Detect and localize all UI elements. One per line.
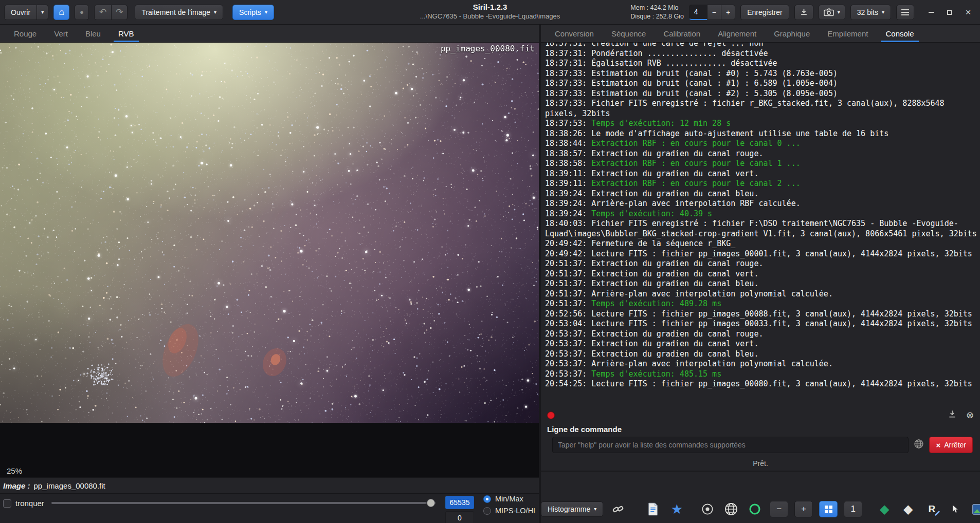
redo-button[interactable]: ↷	[112, 5, 128, 20]
high-cutoff-value[interactable]: 65535	[445, 496, 474, 509]
zoom-one-to-one-button[interactable]: 1	[844, 501, 862, 517]
zoom-level: 25%	[7, 466, 22, 475]
scripts-menu-button[interactable]: Scripts ▾	[232, 5, 274, 20]
radio-unselected-icon	[483, 507, 491, 515]
bit-depth-dropdown[interactable]: 32 bits ▾	[850, 5, 891, 20]
annotation-edit-button[interactable]: R	[923, 500, 940, 518]
radio-minmax[interactable]: Min/Max	[483, 495, 535, 503]
maximize-button[interactable]	[942, 5, 957, 20]
export-log-button[interactable]	[948, 409, 957, 421]
command-input[interactable]	[552, 437, 909, 453]
console-line: 18:38:57: Extraction du gradien du canal…	[545, 149, 978, 159]
main-menu-button[interactable]	[896, 5, 914, 20]
tab-calibration[interactable]: Calibration	[655, 25, 709, 42]
histogram-mode-dropdown[interactable]: Histogramme ▾	[541, 501, 603, 517]
home-button[interactable]: ⌂	[53, 5, 69, 20]
stop-button[interactable]: × Arrêter	[929, 437, 973, 453]
chevron-down-icon: ▾	[882, 10, 884, 15]
bit-depth-label: 32 bits	[857, 8, 878, 16]
minimize-button[interactable]	[923, 5, 939, 20]
tab-conversion[interactable]: Conversion	[546, 25, 603, 42]
display-mode-button[interactable]	[970, 500, 980, 518]
snapshot-button[interactable]: ▾	[819, 5, 845, 20]
slider-handle[interactable]	[427, 499, 435, 507]
radio-mips-lo-hi[interactable]: MIPS-LO/HI	[483, 507, 535, 515]
radio-minmax-label: Min/Max	[495, 495, 523, 503]
record-button[interactable]: ●	[75, 5, 89, 20]
tab-graphique[interactable]: Graphique	[765, 25, 819, 42]
chevron-down-icon: ▾	[265, 10, 267, 15]
green-diamond-button[interactable]: ◆	[876, 500, 893, 518]
window-title-block: Siril-1.2.3 ...\NGC7635 - Bubble -Evogui…	[420, 3, 560, 20]
camera-icon	[824, 8, 834, 16]
close-icon: ×	[965, 7, 971, 18]
low-cutoff-value[interactable]: 0	[445, 511, 474, 523]
background-samples-button[interactable]	[746, 500, 764, 518]
minus-icon: −	[712, 8, 716, 16]
command-help-button[interactable]	[914, 439, 924, 451]
truncate-checkbox-row[interactable]: tronquer	[3, 499, 44, 508]
frame-decrement-button[interactable]: −	[707, 5, 721, 20]
aperture-icon	[701, 503, 714, 515]
tab-vert[interactable]: Vert	[45, 25, 77, 42]
console-log[interactable]: 18:37:31: Création d'une carte de rejet …	[541, 43, 980, 407]
console-line: 18:37:31: Création d'une carte de rejet …	[545, 43, 978, 49]
console-line: 20:53:37: Arrière-plan avec interpolatio…	[545, 359, 978, 369]
slider-fill	[51, 502, 426, 504]
annotate-r-icon: R	[928, 503, 935, 515]
fit-to-window-button[interactable]	[819, 501, 838, 517]
photometry-button[interactable]	[699, 500, 716, 518]
console-line: 20:49:42: Lecture FITS : fichier pp_imag…	[545, 249, 978, 259]
console-line: 20:49:42: Fermeture de la séquence r_BKG…	[545, 239, 978, 249]
chevron-down-icon: ▾	[838, 10, 840, 15]
white-diamond-icon: ◆	[903, 503, 913, 515]
image-processing-menu-button[interactable]: Traitement de l'image ▾	[135, 5, 223, 20]
tab-empilement[interactable]: Empilement	[819, 25, 877, 42]
star-icon: ★	[671, 502, 683, 516]
checkbox-icon	[3, 499, 11, 508]
export-log-icon	[948, 409, 957, 419]
console-line: 20:53:37: Extraction du gradien du canal…	[545, 339, 978, 349]
cursor-icon	[950, 504, 960, 514]
control-panel: ConversionSéquenceCalibrationAlignementG…	[541, 25, 980, 523]
tab-bleu[interactable]: Bleu	[77, 25, 110, 42]
console-line: 18:39:24: Extraction du gradien du canal…	[545, 189, 978, 199]
console-line: 18:37:31: Pondération ............... dé…	[545, 49, 978, 59]
console-line: 18:38:58: Extraction RBF : en cours pour…	[545, 159, 978, 169]
console-line: 20:51:37: Extraction du gradien du canal…	[545, 279, 978, 289]
green-ring-icon	[749, 503, 761, 515]
undo-button[interactable]: ↶	[94, 5, 112, 20]
white-diamond-button[interactable]: ◆	[899, 500, 917, 518]
tab-alignement[interactable]: Alignement	[709, 25, 765, 42]
close-button[interactable]: ×	[960, 5, 976, 20]
save-button[interactable]: Enregistrer	[740, 5, 789, 20]
pointer-mode-button[interactable]	[947, 500, 964, 518]
chevron-down-icon: ▾	[214, 10, 216, 15]
image-panel: RougeVertBleuRVB pp_images_00080.fit 25%…	[0, 25, 539, 523]
command-row: × Arrêter	[541, 434, 980, 456]
frame-number-input[interactable]	[689, 5, 707, 20]
annotations-button[interactable]: ★	[668, 500, 685, 518]
minimize-icon	[929, 12, 934, 13]
command-script-button[interactable]	[644, 500, 662, 518]
tab-rvb[interactable]: RVB	[110, 25, 143, 42]
command-line-label: Ligne de commande	[541, 423, 980, 434]
tab-rouge[interactable]: Rouge	[5, 25, 45, 42]
tab-console[interactable]: Console	[877, 25, 922, 42]
tab-sequence[interactable]: Séquence	[603, 25, 655, 42]
open-dropdown-button[interactable]: ▾	[37, 5, 48, 20]
console-line: 18:37:33: Estimation du bruit (canal : #…	[545, 69, 978, 79]
open-button[interactable]: Ouvrir	[4, 5, 37, 20]
maximize-icon	[947, 10, 952, 15]
globe-small-icon	[914, 439, 924, 449]
save-as-button[interactable]	[794, 5, 813, 20]
image-view[interactable]: pp_images_00080.fit	[0, 43, 539, 423]
celestial-grid-button[interactable]	[722, 500, 740, 518]
zoom-in-button[interactable]: +	[794, 501, 813, 517]
frame-increment-button[interactable]: +	[721, 5, 735, 20]
high-cutoff-slider[interactable]	[51, 499, 436, 507]
clear-console-button[interactable]: ⊗	[966, 409, 974, 421]
zoom-out-button[interactable]: −	[770, 501, 788, 517]
link-channels-button[interactable]	[609, 500, 627, 518]
display-mode-radios: Min/Max MIPS-LO/HI	[483, 495, 535, 515]
